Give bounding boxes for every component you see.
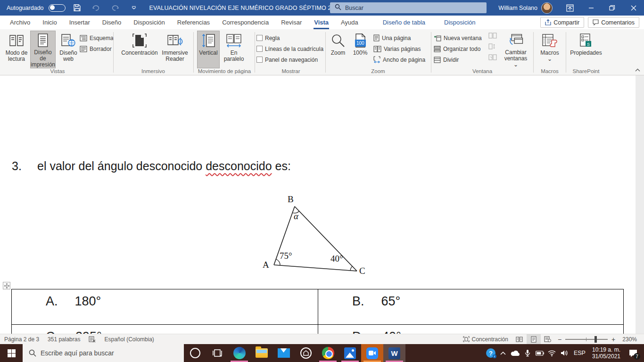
tab-inicio[interactable]: Inicio xyxy=(36,16,63,29)
proofing-error-icon[interactable] xyxy=(84,336,100,343)
arrange-all-button[interactable]: Organizar todo xyxy=(434,44,480,54)
tab-revisar[interactable]: Revisar xyxy=(275,16,308,29)
share-button[interactable]: Compartir xyxy=(540,17,584,28)
taskbar-search-input[interactable] xyxy=(41,349,173,357)
tab-diseno[interactable]: Diseño xyxy=(96,16,127,29)
comments-button[interactable]: Comentarios xyxy=(588,17,639,28)
tab-disposicion-tabla[interactable]: Disposición xyxy=(438,16,481,29)
word-button[interactable]: W xyxy=(383,344,405,362)
nav-pane-checkbox[interactable]: Panel de navegación xyxy=(256,55,318,65)
book-icon xyxy=(8,33,25,48)
tab-correspondencia[interactable]: Correspondencia xyxy=(216,16,275,29)
page-indicator[interactable]: Página 2 de 3 xyxy=(0,336,43,343)
title-search-box[interactable] xyxy=(330,2,487,13)
tab-insertar[interactable]: Insertar xyxy=(63,16,96,29)
print-layout-button[interactable]: Diseño de impresión xyxy=(30,31,56,68)
onedrive-icon[interactable] xyxy=(510,344,521,362)
read-mode-button[interactable]: Modo de lectura xyxy=(4,31,29,68)
volume-icon[interactable] xyxy=(559,344,570,362)
language-tray-indicator[interactable]: ESP xyxy=(571,350,588,356)
user-name[interactable]: William Solano xyxy=(498,5,537,11)
undo-icon[interactable] xyxy=(89,2,103,14)
cortana-button[interactable] xyxy=(184,344,206,362)
document-page[interactable]: 3. el valor del ángulo desconocido desco… xyxy=(0,75,636,334)
zoom-app-icon xyxy=(366,347,378,359)
zoom-100-button[interactable]: 100 100% xyxy=(350,31,371,68)
vertex-c-label: C xyxy=(359,266,365,276)
close-button[interactable] xyxy=(623,0,644,16)
ruler-checkbox[interactable]: Regla xyxy=(256,33,280,43)
word-count[interactable]: 351 palabras xyxy=(43,336,84,343)
multiple-pages-button[interactable]: Varias páginas xyxy=(373,44,421,54)
edge-button[interactable] xyxy=(228,344,250,362)
ribbon-display-options-icon[interactable] xyxy=(559,0,580,16)
zoom-slider[interactable]: − + xyxy=(558,336,615,343)
notification-center-button[interactable]: 7 xyxy=(624,344,642,362)
zoom-app-button[interactable] xyxy=(361,344,383,362)
zoom-out-button[interactable]: − xyxy=(558,336,561,343)
vertical-button[interactable]: Vertical xyxy=(197,31,220,68)
table-cell-a[interactable]: A. 180° xyxy=(12,289,318,325)
zoom-in-button[interactable]: + xyxy=(611,336,615,343)
photos-button[interactable] xyxy=(339,344,361,362)
zoom-percentage[interactable]: 230% xyxy=(618,336,641,343)
tab-diseno-de-tabla[interactable]: Diseño de tabla xyxy=(377,16,431,29)
hidden-icons-chevron-icon[interactable] xyxy=(497,344,509,362)
collapse-ribbon-icon[interactable] xyxy=(635,66,640,73)
quick-access-chevron-icon[interactable] xyxy=(127,2,141,14)
tab-disposicion[interactable]: Disposición xyxy=(127,16,171,29)
redo-icon[interactable] xyxy=(108,2,122,14)
search-input[interactable] xyxy=(345,5,463,11)
split-button[interactable]: Dividir xyxy=(434,55,459,65)
language-indicator[interactable]: Español (Colombia) xyxy=(100,336,158,343)
page-width-icon xyxy=(373,56,380,63)
autosave-label: Autoguardado xyxy=(7,5,44,11)
file-explorer-button[interactable] xyxy=(250,344,272,362)
outline-view-button[interactable]: Esquema xyxy=(80,33,114,43)
tab-referencias[interactable]: Referencias xyxy=(171,16,216,29)
properties-button[interactable]: S Propiedades xyxy=(570,31,603,68)
immersive-reader-button[interactable]: Immersive Reader xyxy=(160,31,190,68)
battery-icon[interactable] xyxy=(534,344,545,362)
zoom-slider-thumb[interactable] xyxy=(594,336,597,343)
switch-windows-button[interactable]: Cambiar ventanas ⌄ xyxy=(501,31,531,68)
print-layout-view-button[interactable] xyxy=(527,334,541,345)
zoom-button[interactable]: Zoom xyxy=(327,31,349,68)
tab-archivo[interactable]: Archivo xyxy=(4,16,36,29)
macros-button[interactable]: Macros ⌄ xyxy=(537,31,563,68)
switch-windows-icon xyxy=(508,33,524,47)
page-width-button[interactable]: Ancho de página xyxy=(373,55,425,65)
table-cell-b[interactable]: B. 65° xyxy=(318,289,623,325)
reset-window-position-icon xyxy=(488,54,497,62)
microphone-icon[interactable] xyxy=(522,344,533,362)
taskbar-search-box[interactable] xyxy=(23,344,184,362)
focus-button[interactable]: Concentración xyxy=(119,31,160,68)
clock[interactable]: 10:19 a. m. 31/05/2021 xyxy=(589,346,623,360)
task-view-button[interactable] xyxy=(206,344,228,362)
focus-mode-button[interactable]: Concentración xyxy=(459,336,512,343)
web-layout-button[interactable]: Diseño web xyxy=(56,31,81,68)
start-button[interactable] xyxy=(0,344,23,362)
read-mode-view-button[interactable] xyxy=(512,334,527,345)
autosave-toggle[interactable] xyxy=(49,4,66,12)
web-layout-view-button[interactable] xyxy=(541,334,555,345)
side-to-side-button[interactable]: En paralelo xyxy=(221,31,247,68)
avatar[interactable] xyxy=(541,2,553,14)
table-move-handle[interactable] xyxy=(3,282,10,289)
mail-button[interactable] xyxy=(272,344,295,362)
draft-view-button[interactable]: Borrador xyxy=(80,44,112,54)
scrollbar[interactable] xyxy=(636,75,644,334)
restore-button[interactable] xyxy=(602,0,623,16)
save-icon[interactable] xyxy=(70,2,84,14)
minimize-button[interactable] xyxy=(580,0,602,16)
group-inmersivo: Concentración Immersive Reader Inmersivo xyxy=(115,29,191,75)
gridlines-checkbox[interactable]: Líneas de la cuadrícula xyxy=(256,44,323,54)
chrome-button[interactable] xyxy=(317,344,339,362)
get-help-icon[interactable]: ?i xyxy=(485,344,496,362)
wifi-icon[interactable] xyxy=(546,344,558,362)
new-window-button[interactable]: Nueva ventana xyxy=(434,33,482,43)
one-page-button[interactable]: Una página xyxy=(373,33,411,43)
tab-ayuda[interactable]: Ayuda xyxy=(335,16,364,29)
circle-app-button[interactable] xyxy=(295,344,317,362)
tab-vista[interactable]: Vista xyxy=(308,16,335,29)
